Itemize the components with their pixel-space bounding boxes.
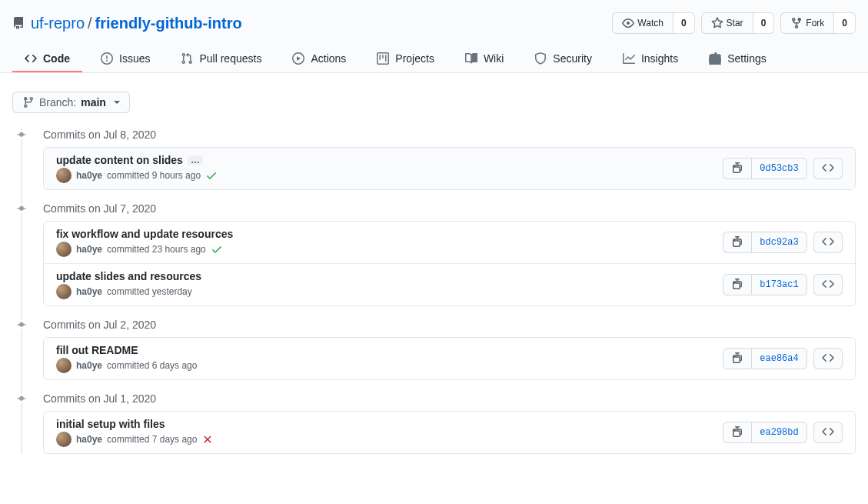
- gear-icon: [709, 52, 721, 65]
- repo-owner-link[interactable]: uf-repro: [31, 15, 85, 32]
- commit-title-link[interactable]: update content on slides: [56, 154, 183, 166]
- repo-nav: Code Issues Pull requests Actions Projec…: [12, 46, 856, 72]
- copy-sha-button[interactable]: [723, 348, 752, 369]
- code-icon: [822, 278, 834, 292]
- commit-time: committed 9 hours ago: [107, 170, 201, 181]
- commit-row: fill out READMEha0yecommitted 6 days ago…: [44, 338, 855, 379]
- author-avatar[interactable]: [56, 168, 72, 183]
- author-link[interactable]: ha0ye: [76, 286, 102, 297]
- commit-sha-link[interactable]: bdc92a3: [752, 232, 807, 253]
- tab-label: Settings: [727, 52, 767, 65]
- tab-security[interactable]: Security: [522, 46, 604, 72]
- commit-group-title: Commits on Jul 8, 2020: [43, 129, 856, 141]
- branch-name: main: [81, 96, 106, 108]
- commit-group: Commits on Jul 8, 2020update content on …: [12, 129, 856, 190]
- browse-repo-at-commit-button[interactable]: [813, 232, 843, 253]
- tab-code[interactable]: Code: [12, 46, 82, 72]
- commit-group: Commits on Jul 2, 2020fill out READMEha0…: [12, 319, 856, 380]
- tab-label: Insights: [641, 52, 678, 65]
- copy-sha-button[interactable]: [723, 422, 752, 443]
- branch-prefix: Branch:: [39, 96, 76, 108]
- tab-issues[interactable]: Issues: [88, 46, 162, 72]
- commit-meta: ha0yecommitted yesterday: [56, 284, 201, 299]
- pull-request-icon: [181, 52, 193, 65]
- commit-row: initial setup with filesha0yecommitted 7…: [44, 412, 855, 453]
- commit-title-link[interactable]: update slides and resources: [56, 270, 201, 282]
- commit-row: update content on slides…ha0yecommitted …: [44, 148, 855, 189]
- watch-label: Watch: [637, 15, 663, 31]
- browse-repo-at-commit-button[interactable]: [813, 348, 843, 369]
- author-link[interactable]: ha0ye: [76, 360, 102, 371]
- author-link[interactable]: ha0ye: [76, 170, 102, 181]
- project-icon: [377, 52, 389, 65]
- commit-sha-link[interactable]: ea298bd: [752, 422, 807, 443]
- author-avatar[interactable]: [56, 242, 72, 257]
- book-icon: [465, 52, 477, 65]
- tab-label: Wiki: [484, 52, 504, 65]
- commit-group: Commits on Jul 1, 2020initial setup with…: [12, 392, 856, 454]
- commit-title-link[interactable]: initial setup with files: [56, 418, 165, 430]
- copy-sha-button[interactable]: [723, 274, 752, 295]
- commit-row: update slides and resourcesha0yecommitte…: [44, 263, 855, 305]
- fork-button[interactable]: Fork: [780, 12, 834, 34]
- author-link[interactable]: ha0ye: [76, 244, 102, 255]
- tab-label: Actions: [311, 52, 346, 65]
- commit-list: update content on slides…ha0yecommitted …: [43, 147, 856, 190]
- tab-settings[interactable]: Settings: [697, 46, 779, 72]
- browse-repo-at-commit-button[interactable]: [813, 422, 843, 443]
- clipboard-icon: [731, 235, 743, 250]
- commit-title-link[interactable]: fill out README: [56, 344, 138, 356]
- author-link[interactable]: ha0ye: [76, 434, 102, 445]
- commit-timeline: Commits on Jul 8, 2020update content on …: [12, 129, 856, 454]
- tab-label: Pull requests: [199, 52, 261, 65]
- fork-count[interactable]: 0: [834, 12, 856, 34]
- tab-wiki[interactable]: Wiki: [453, 46, 516, 72]
- commit-list: fill out READMEha0yecommitted 6 days ago…: [43, 337, 856, 380]
- tab-actions[interactable]: Actions: [280, 46, 358, 72]
- commit-group: Commits on Jul 7, 2020fix workflow and u…: [12, 202, 856, 306]
- commit-sha-link[interactable]: eae86a4: [752, 348, 807, 369]
- commit-dot-icon: [17, 130, 26, 139]
- dropdown-caret-icon: [114, 101, 120, 104]
- commit-title-link[interactable]: fix workflow and update resources: [56, 228, 233, 240]
- author-avatar[interactable]: [56, 358, 72, 373]
- expand-commit-message-button[interactable]: …: [188, 155, 203, 165]
- commit-dot-icon: [17, 394, 26, 403]
- status-failure-icon[interactable]: [201, 433, 214, 446]
- author-avatar[interactable]: [56, 284, 72, 299]
- clipboard-icon: [731, 352, 743, 366]
- code-icon: [822, 235, 834, 250]
- repo-name-link[interactable]: friendly-github-intro: [95, 15, 242, 32]
- issue-icon: [101, 52, 113, 65]
- commit-meta: ha0yecommitted 9 hours ago: [56, 168, 218, 183]
- tab-label: Projects: [395, 52, 434, 65]
- graph-icon: [623, 52, 635, 65]
- copy-sha-button[interactable]: [723, 158, 752, 179]
- commit-row: fix workflow and update resourcesha0yeco…: [44, 222, 855, 263]
- commit-sha-link[interactable]: b173ac1: [752, 274, 807, 295]
- clipboard-icon: [731, 278, 743, 292]
- watch-count[interactable]: 0: [673, 12, 695, 34]
- author-avatar[interactable]: [56, 432, 72, 447]
- status-success-icon[interactable]: [205, 169, 218, 182]
- tab-label: Issues: [119, 52, 150, 65]
- code-icon: [25, 52, 37, 65]
- tab-projects[interactable]: Projects: [364, 46, 447, 72]
- star-button[interactable]: Star: [701, 12, 753, 34]
- shield-icon: [534, 52, 547, 65]
- status-success-icon[interactable]: [211, 243, 223, 255]
- repo-icon: [12, 17, 25, 29]
- star-count[interactable]: 0: [753, 12, 775, 34]
- watch-button[interactable]: Watch: [612, 12, 673, 34]
- watch-control: Watch 0: [612, 12, 694, 34]
- browse-repo-at-commit-button[interactable]: [813, 274, 843, 295]
- tab-insights[interactable]: Insights: [610, 46, 690, 72]
- branch-select[interactable]: Branch: main: [12, 92, 130, 113]
- tab-pull-requests[interactable]: Pull requests: [168, 46, 274, 72]
- browse-repo-at-commit-button[interactable]: [813, 158, 843, 179]
- copy-sha-button[interactable]: [723, 232, 752, 253]
- fork-icon: [790, 17, 803, 29]
- commit-list: fix workflow and update resourcesha0yeco…: [43, 221, 856, 306]
- commit-sha-link[interactable]: 0d53cb3: [752, 158, 807, 179]
- play-icon: [292, 52, 304, 65]
